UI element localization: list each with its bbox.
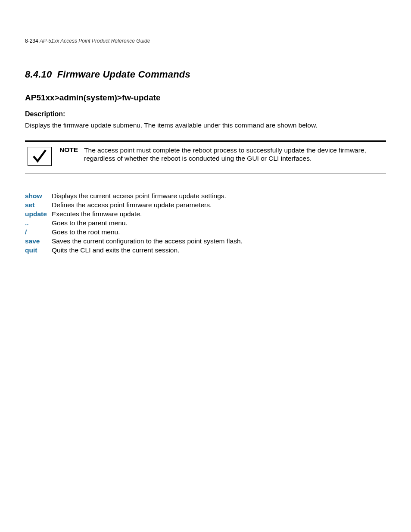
page-header: 8-234 AP-51xx Access Point Product Refer…	[25, 38, 386, 44]
command-description: Quits the CLI and exits the current sess…	[52, 246, 243, 255]
note-box: NOTE The access point must complete the …	[25, 140, 386, 174]
command-description: Saves the current configuration to the a…	[52, 236, 243, 246]
command-name: ..	[25, 218, 52, 227]
command-path-heading: AP51xx>admin(system)>fw-update	[25, 93, 386, 103]
command-description: Executes the firmware update.	[52, 209, 243, 218]
table-row: saveSaves the current configuration to t…	[25, 236, 243, 246]
description-text: Displays the firmware update submenu. Th…	[25, 121, 386, 129]
checkmark-icon	[28, 147, 52, 166]
command-name: update	[25, 209, 52, 218]
command-name: show	[25, 191, 52, 200]
section-number: 8.4.10	[25, 69, 52, 80]
page-number: 8-234	[25, 38, 38, 44]
table-row: setDefines the access point firmware upd…	[25, 200, 243, 209]
command-name: /	[25, 227, 52, 236]
description-label: Description:	[25, 110, 386, 118]
table-row: showDisplays the current access point fi…	[25, 191, 243, 200]
section-heading: 8.4.10 Firmware Update Commands	[25, 69, 386, 80]
table-row: /Goes to the root menu.	[25, 227, 243, 236]
command-name: save	[25, 236, 52, 246]
command-name: set	[25, 200, 52, 209]
table-row: quitQuits the CLI and exits the current …	[25, 246, 243, 255]
section-title: Firmware Update Commands	[57, 69, 190, 80]
command-description: Goes to the parent menu.	[52, 218, 243, 227]
command-description: Goes to the root menu.	[52, 227, 243, 236]
note-label: NOTE	[59, 146, 78, 163]
note-content: NOTE The access point must complete the …	[59, 145, 386, 163]
table-row: ..Goes to the parent menu.	[25, 218, 243, 227]
command-name: quit	[25, 246, 52, 255]
command-description: Displays the current access point firmwa…	[52, 191, 243, 200]
command-table: showDisplays the current access point fi…	[25, 191, 243, 255]
table-row: updateExecutes the firmware update.	[25, 209, 243, 218]
command-description: Defines the access point firmware update…	[52, 200, 243, 209]
note-text: The access point must complete the reboo…	[84, 146, 386, 163]
guide-title: AP-51xx Access Point Product Reference G…	[40, 38, 150, 44]
